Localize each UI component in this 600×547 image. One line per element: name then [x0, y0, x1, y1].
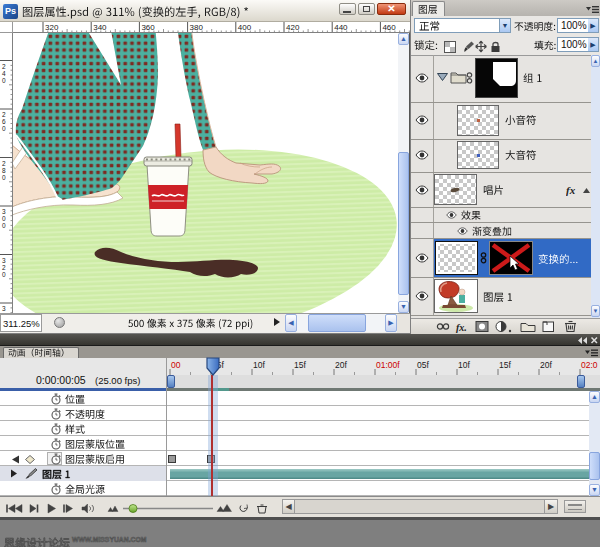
svg-text:2: 2 — [2, 63, 6, 70]
svg-text:440: 440 — [334, 23, 348, 32]
svg-text:fx.: fx. — [456, 322, 467, 333]
svg-text:2: 2 — [2, 264, 6, 271]
svg-text:380: 380 — [190, 23, 204, 32]
svg-text:420: 420 — [286, 23, 300, 32]
svg-text:0: 0 — [2, 77, 6, 84]
svg-text:00: 00 — [171, 360, 181, 370]
svg-text:6: 6 — [2, 118, 6, 125]
svg-text:3: 3 — [2, 257, 6, 264]
svg-text:10f: 10f — [458, 360, 470, 370]
svg-text:8: 8 — [2, 167, 6, 174]
svg-text:4: 4 — [2, 70, 6, 77]
svg-text:340: 340 — [93, 23, 107, 32]
svg-text:360: 360 — [141, 23, 155, 32]
svg-text:05f: 05f — [417, 360, 429, 370]
svg-text:0: 0 — [2, 215, 6, 222]
svg-text:20f: 20f — [540, 360, 552, 370]
svg-text:15f: 15f — [294, 360, 306, 370]
svg-text:400: 400 — [238, 23, 252, 32]
svg-text:fx: fx — [566, 184, 576, 196]
svg-text:0: 0 — [2, 222, 6, 229]
svg-text:2: 2 — [2, 111, 6, 118]
svg-text:15f: 15f — [499, 360, 511, 370]
svg-text:0: 0 — [2, 125, 6, 132]
svg-text:3: 3 — [2, 305, 6, 312]
svg-text:2: 2 — [2, 160, 6, 167]
svg-text:3: 3 — [2, 208, 6, 215]
svg-text:20f: 20f — [335, 360, 347, 370]
svg-text:10f: 10f — [253, 360, 265, 370]
svg-text:0: 0 — [2, 174, 6, 181]
svg-text:320: 320 — [45, 23, 59, 32]
svg-text:01:00f: 01:00f — [376, 360, 400, 370]
svg-text:460: 460 — [382, 23, 396, 32]
svg-text:02:0: 02:0 — [581, 360, 598, 370]
svg-text:0: 0 — [2, 271, 6, 278]
